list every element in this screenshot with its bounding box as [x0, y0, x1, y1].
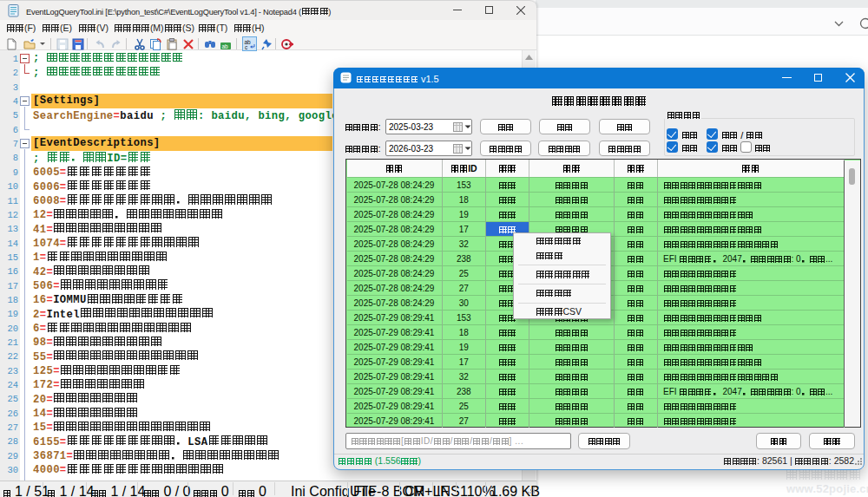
svg-text:ab: ab [221, 43, 228, 49]
svg-text:c: c [245, 44, 248, 50]
